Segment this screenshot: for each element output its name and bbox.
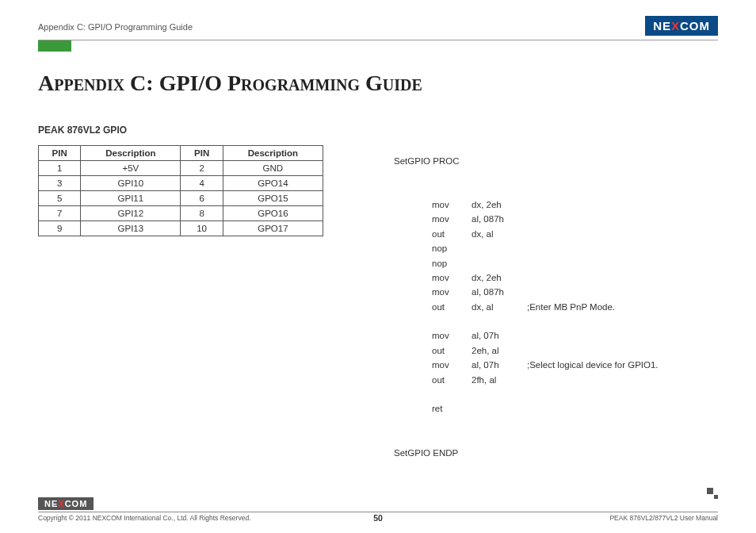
table-cell: GPI13 [81,221,181,236]
table-cell: +5V [81,161,181,176]
footer-logo: NEXCOM [38,497,94,510]
code-operands: dx, al [472,227,527,241]
code-mnemonic: nop [432,241,472,255]
code-line: movdx, 2eh [394,197,718,212]
logo-part-post: COM [680,19,710,33]
table-row: 5GPI116GPO15 [39,191,323,206]
table-cell: GPO14 [223,176,323,191]
table-cell: 2 [181,161,223,176]
code-operands: 2eh, al [472,343,527,358]
code-line: out2fh, al [394,373,718,387]
footer-logo-x: X [58,499,64,508]
table-cell: GPO15 [223,191,323,206]
col-pin-2: PIN [181,146,223,161]
code-line: moval, 07h [394,328,718,343]
code-line: nop [394,256,718,270]
table-cell: 7 [39,206,81,221]
footer-rule [38,512,718,512]
code-mnemonic: mov [432,285,472,299]
gpio-subhead: PEAK 876VL2 GPIO [38,125,362,136]
code-mnemonic: out [432,300,472,314]
code-operands: dx, al [472,300,527,314]
table-cell: 5 [39,191,81,206]
footer-logo-pre: NE [44,499,58,508]
code-line: outdx, al;Enter MB PnP Mode. [394,300,718,314]
code-mnemonic: ret [432,401,472,416]
table-row: 1+5V2GND [39,161,323,176]
code-proc-close: SetGPIO ENDP [394,446,718,460]
table-cell: GPO16 [223,206,323,221]
code-block: SetGPIO PROC movdx, 2ehmoval, 087houtdx,… [394,125,718,533]
copyright-text: Copyright © 2011 NEXCOM International Co… [38,514,250,522]
code-mnemonic: mov [432,328,472,343]
table-cell: 6 [181,191,223,206]
code-mnemonic: out [432,343,472,358]
table-cell: 3 [39,176,81,191]
table-header-row: PIN Description PIN Description [39,146,323,161]
table-cell: 4 [181,176,223,191]
code-line: moval, 087h [394,212,718,226]
code-operands: 2fh, al [472,373,527,387]
right-column: SetGPIO PROC movdx, 2ehmoval, 087houtdx,… [394,125,718,533]
code-line [394,387,718,401]
manual-name: PEAK 876VL2/877VL2 User Manual [609,514,718,522]
footer-decoration [707,488,718,499]
code-line: outdx, al [394,227,718,241]
header-bar: Appendix C: GPI/O Programming Guide NEXC… [38,19,718,35]
code-mnemonic: mov [432,270,472,285]
nexcom-logo: NEXCOM [645,16,718,36]
code-operands: al, 07h [472,358,527,372]
breadcrumb: Appendix C: GPI/O Programming Guide [38,22,193,32]
code-line [394,314,718,328]
code-line: moval, 07h;Select logical device for GPI… [394,358,718,372]
logo-part-x: X [671,19,680,33]
left-column: PEAK 876VL2 GPIO PIN Description PIN Des… [38,125,362,533]
logo-wrap: NEXCOM [645,19,718,35]
code-line: ret [394,401,718,416]
code-operands: dx, 2eh [472,197,527,212]
footer-logo-post: COM [65,499,88,508]
code-operands [472,241,527,255]
table-cell: 9 [39,221,81,236]
table-cell: 1 [39,161,81,176]
table-row: 7GPI128GPO16 [39,206,323,221]
code-operands [472,256,527,270]
code-comment: ;Enter MB PnP Mode. [527,300,615,314]
logo-part-pre: NE [653,19,671,33]
code-operands: dx, 2eh [472,270,527,285]
code-mnemonic: nop [432,256,472,270]
table-cell: 10 [181,221,223,236]
section-tab [38,40,71,52]
table-row: 9GPI1310GPO17 [39,221,323,236]
code-mnemonic: mov [432,212,472,226]
page-number: 50 [373,513,383,523]
table-row: 3GPI104GPO14 [39,176,323,191]
code-line: nop [394,241,718,255]
code-comment: ;Select logical device for GPIO1. [527,358,659,372]
code-mnemonic: out [432,373,472,387]
table-cell: GPO17 [223,221,323,236]
gpio-pin-table: PIN Description PIN Description 1+5V2GND… [38,145,323,236]
col-desc-2: Description [223,146,323,161]
table-cell: 8 [181,206,223,221]
code-operands: al, 087h [472,212,527,226]
footer: NEXCOM Copyright © 2011 NEXCOM Internati… [38,496,718,522]
code-mnemonic: out [432,227,472,241]
code-operands: al, 07h [472,328,527,343]
table-cell: GPI10 [81,176,181,191]
col-desc-1: Description [81,146,181,161]
code-operands [472,401,527,416]
code-proc-open: SetGPIO PROC [394,154,718,168]
table-cell: GND [223,161,323,176]
code-line: out2eh, al [394,343,718,358]
page-title: Appendix C: GPI/O Programming Guide [38,71,718,96]
code-mnemonic: mov [432,358,472,372]
footer-row: Copyright © 2011 NEXCOM International Co… [38,514,718,522]
col-pin-1: PIN [39,146,81,161]
content-columns: PEAK 876VL2 GPIO PIN Description PIN Des… [38,125,718,533]
header-rule [38,40,718,40]
code-operands: al, 087h [472,285,527,299]
table-cell: GPI12 [81,206,181,221]
code-line: movdx, 2eh [394,270,718,285]
code-mnemonic: mov [432,197,472,212]
